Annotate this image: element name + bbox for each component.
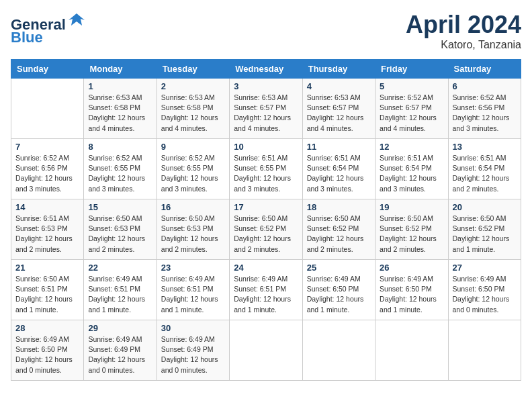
day-number: 22	[88, 263, 152, 273]
day-detail: Sunrise: 6:52 AMSunset: 6:55 PMDaylight:…	[161, 154, 218, 193]
day-detail: Sunrise: 6:49 AMSunset: 6:50 PMDaylight:…	[15, 335, 73, 374]
week-row-2: 14Sunrise: 6:51 AMSunset: 6:53 PMDayligh…	[11, 199, 521, 260]
day-cell	[11, 79, 84, 139]
day-detail: Sunrise: 6:50 AMSunset: 6:52 PMDaylight:…	[380, 214, 437, 253]
day-detail: Sunrise: 6:50 AMSunset: 6:53 PMDaylight:…	[88, 214, 145, 253]
day-cell	[448, 320, 521, 381]
day-number: 19	[380, 202, 443, 212]
day-detail: Sunrise: 6:49 AMSunset: 6:49 PMDaylight:…	[88, 335, 145, 374]
weekday-tuesday: Tuesday	[157, 60, 229, 79]
day-cell: 29Sunrise: 6:49 AMSunset: 6:49 PMDayligh…	[84, 320, 157, 381]
day-number: 3	[234, 81, 298, 91]
day-number: 5	[380, 81, 443, 91]
day-number: 7	[15, 142, 79, 152]
day-cell: 22Sunrise: 6:49 AMSunset: 6:51 PMDayligh…	[84, 260, 157, 320]
day-number: 29	[88, 323, 152, 333]
day-cell	[230, 320, 302, 381]
day-detail: Sunrise: 6:52 AMSunset: 6:57 PMDaylight:…	[380, 93, 437, 132]
day-detail: Sunrise: 6:50 AMSunset: 6:52 PMDaylight:…	[234, 214, 291, 253]
week-row-4: 28Sunrise: 6:49 AMSunset: 6:50 PMDayligh…	[11, 320, 521, 381]
weekday-header-row: SundayMondayTuesdayWednesdayThursdayFrid…	[11, 60, 521, 79]
day-detail: Sunrise: 6:51 AMSunset: 6:54 PMDaylight:…	[307, 154, 364, 193]
weekday-monday: Monday	[84, 60, 157, 79]
day-number: 30	[161, 323, 225, 333]
week-row-1: 7Sunrise: 6:52 AMSunset: 6:56 PMDaylight…	[11, 139, 521, 199]
week-row-3: 21Sunrise: 6:50 AMSunset: 6:51 PMDayligh…	[11, 260, 521, 320]
day-cell: 18Sunrise: 6:50 AMSunset: 6:52 PMDayligh…	[302, 199, 375, 260]
calendar-body: 1Sunrise: 6:53 AMSunset: 6:58 PMDaylight…	[11, 79, 521, 381]
month-title: April 2024	[406, 11, 521, 39]
day-cell: 21Sunrise: 6:50 AMSunset: 6:51 PMDayligh…	[11, 260, 84, 320]
day-detail: Sunrise: 6:50 AMSunset: 6:52 PMDaylight:…	[453, 214, 510, 253]
day-cell: 1Sunrise: 6:53 AMSunset: 6:58 PMDaylight…	[84, 79, 157, 139]
day-number: 9	[161, 142, 225, 152]
day-cell: 8Sunrise: 6:52 AMSunset: 6:55 PMDaylight…	[84, 139, 157, 199]
day-detail: Sunrise: 6:53 AMSunset: 6:58 PMDaylight:…	[88, 93, 145, 132]
day-detail: Sunrise: 6:50 AMSunset: 6:51 PMDaylight:…	[15, 275, 73, 314]
day-number: 21	[15, 263, 79, 273]
day-cell: 23Sunrise: 6:49 AMSunset: 6:51 PMDayligh…	[157, 260, 229, 320]
day-cell: 14Sunrise: 6:51 AMSunset: 6:53 PMDayligh…	[11, 199, 84, 260]
day-detail: Sunrise: 6:49 AMSunset: 6:51 PMDaylight:…	[161, 275, 218, 314]
day-number: 23	[161, 263, 225, 273]
page-header: General Blue April 2024 Katoro, Tanzania	[11, 11, 521, 51]
logo-bird-icon	[67, 11, 86, 30]
location-title: Katoro, Tanzania	[406, 39, 521, 51]
day-detail: Sunrise: 6:53 AMSunset: 6:57 PMDaylight:…	[307, 93, 364, 132]
logo: General Blue	[11, 11, 86, 46]
day-cell: 10Sunrise: 6:51 AMSunset: 6:55 PMDayligh…	[230, 139, 302, 199]
day-detail: Sunrise: 6:51 AMSunset: 6:55 PMDaylight:…	[234, 154, 291, 193]
day-detail: Sunrise: 6:51 AMSunset: 6:54 PMDaylight:…	[453, 154, 510, 193]
day-detail: Sunrise: 6:53 AMSunset: 6:57 PMDaylight:…	[234, 93, 291, 132]
day-number: 14	[15, 202, 79, 212]
day-cell: 6Sunrise: 6:52 AMSunset: 6:56 PMDaylight…	[448, 79, 521, 139]
day-detail: Sunrise: 6:53 AMSunset: 6:58 PMDaylight:…	[161, 93, 218, 132]
day-cell: 17Sunrise: 6:50 AMSunset: 6:52 PMDayligh…	[230, 199, 302, 260]
day-number: 13	[453, 142, 517, 152]
day-number: 10	[234, 142, 298, 152]
weekday-sunday: Sunday	[11, 60, 84, 79]
day-detail: Sunrise: 6:52 AMSunset: 6:56 PMDaylight:…	[15, 154, 73, 193]
day-detail: Sunrise: 6:51 AMSunset: 6:53 PMDaylight:…	[15, 214, 73, 253]
day-detail: Sunrise: 6:52 AMSunset: 6:55 PMDaylight:…	[88, 154, 145, 193]
day-number: 20	[453, 202, 517, 212]
day-cell: 26Sunrise: 6:49 AMSunset: 6:50 PMDayligh…	[375, 260, 448, 320]
day-cell: 12Sunrise: 6:51 AMSunset: 6:54 PMDayligh…	[375, 139, 448, 199]
title-block: April 2024 Katoro, Tanzania	[406, 11, 521, 51]
day-cell: 16Sunrise: 6:50 AMSunset: 6:53 PMDayligh…	[157, 199, 229, 260]
day-cell: 9Sunrise: 6:52 AMSunset: 6:55 PMDaylight…	[157, 139, 229, 199]
day-number: 25	[307, 263, 371, 273]
day-detail: Sunrise: 6:49 AMSunset: 6:51 PMDaylight:…	[234, 275, 291, 314]
day-cell: 30Sunrise: 6:49 AMSunset: 6:49 PMDayligh…	[157, 320, 229, 381]
day-detail: Sunrise: 6:50 AMSunset: 6:52 PMDaylight:…	[307, 214, 364, 253]
day-number: 28	[15, 323, 79, 333]
day-detail: Sunrise: 6:49 AMSunset: 6:49 PMDaylight:…	[161, 335, 218, 374]
day-number: 6	[453, 81, 517, 91]
day-cell: 19Sunrise: 6:50 AMSunset: 6:52 PMDayligh…	[375, 199, 448, 260]
day-cell	[302, 320, 375, 381]
day-cell: 28Sunrise: 6:49 AMSunset: 6:50 PMDayligh…	[11, 320, 84, 381]
day-detail: Sunrise: 6:52 AMSunset: 6:56 PMDaylight:…	[453, 93, 510, 132]
day-detail: Sunrise: 6:49 AMSunset: 6:51 PMDaylight:…	[88, 275, 145, 314]
day-number: 24	[234, 263, 298, 273]
calendar-header: SundayMondayTuesdayWednesdayThursdayFrid…	[11, 60, 521, 79]
day-number: 4	[307, 81, 371, 91]
day-cell: 20Sunrise: 6:50 AMSunset: 6:52 PMDayligh…	[448, 199, 521, 260]
day-number: 11	[307, 142, 371, 152]
day-number: 15	[88, 202, 152, 212]
day-cell: 25Sunrise: 6:49 AMSunset: 6:50 PMDayligh…	[302, 260, 375, 320]
day-number: 8	[88, 142, 152, 152]
day-cell: 7Sunrise: 6:52 AMSunset: 6:56 PMDaylight…	[11, 139, 84, 199]
day-detail: Sunrise: 6:49 AMSunset: 6:50 PMDaylight:…	[380, 275, 437, 314]
day-detail: Sunrise: 6:49 AMSunset: 6:50 PMDaylight:…	[453, 275, 510, 314]
day-cell: 11Sunrise: 6:51 AMSunset: 6:54 PMDayligh…	[302, 139, 375, 199]
day-cell: 4Sunrise: 6:53 AMSunset: 6:57 PMDaylight…	[302, 79, 375, 139]
calendar-table: SundayMondayTuesdayWednesdayThursdayFrid…	[11, 59, 521, 381]
day-number: 17	[234, 202, 298, 212]
day-detail: Sunrise: 6:49 AMSunset: 6:50 PMDaylight:…	[307, 275, 364, 314]
day-number: 1	[88, 81, 152, 91]
day-number: 26	[380, 263, 443, 273]
day-cell: 27Sunrise: 6:49 AMSunset: 6:50 PMDayligh…	[448, 260, 521, 320]
day-cell: 5Sunrise: 6:52 AMSunset: 6:57 PMDaylight…	[375, 79, 448, 139]
svg-marker-0	[69, 13, 85, 26]
